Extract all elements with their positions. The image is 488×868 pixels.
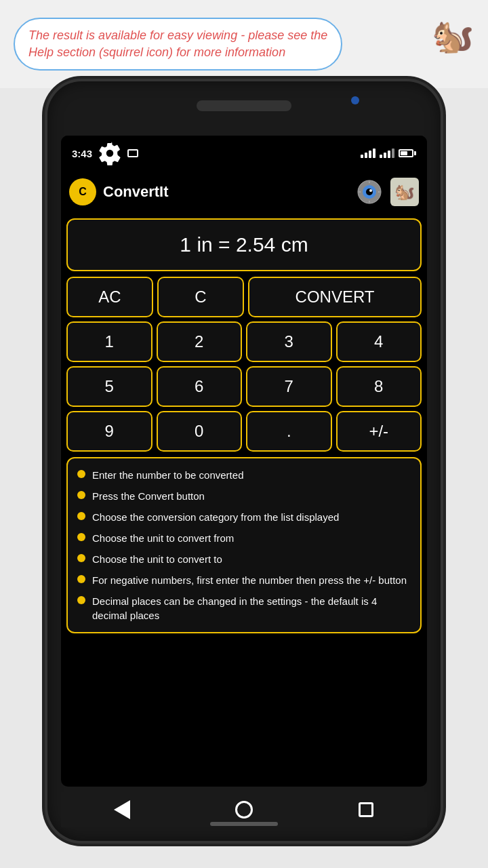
- bullet-3: [77, 512, 85, 520]
- digit-9[interactable]: 9: [66, 411, 152, 452]
- bullet-6: [77, 575, 85, 583]
- instruction-text-4: Choose the unit to convert from: [92, 531, 234, 545]
- bullet-1: [77, 470, 85, 478]
- instruction-text-7: Decimal places can be changed in the set…: [92, 594, 411, 623]
- speech-bubble: The result is available for easy viewing…: [14, 18, 342, 71]
- bullet-2: [77, 491, 85, 499]
- back-icon: [114, 800, 130, 819]
- instruction-text-2: Press the Convert button: [92, 489, 205, 503]
- app-bar: C ConvertIt: [61, 171, 427, 213]
- instruction-text-6: For negative numbers, first enter the nu…: [92, 573, 407, 587]
- bullet-7: [77, 596, 85, 604]
- phone-body: 3:43: [47, 81, 441, 841]
- instruction-item-7: Decimal places can be changed in the set…: [77, 594, 411, 623]
- instruction-item-3: Choose the conversion category from the …: [77, 510, 411, 524]
- phone-home-bar: [210, 822, 278, 826]
- app-logo-svg: C: [73, 182, 93, 202]
- main-content: 1 in = 2.54 cm AC C CONVERT 1 2 3 4: [61, 213, 427, 639]
- signal-icon: [380, 149, 394, 158]
- instruction-text-3: Choose the conversion category from the …: [92, 510, 339, 524]
- display-area: 1 in = 2.54 cm: [66, 218, 422, 271]
- digit-0[interactable]: 0: [157, 411, 243, 452]
- instruction-item-5: Choose the unit to convert to: [77, 552, 411, 566]
- ac-button[interactable]: AC: [66, 277, 153, 317]
- c-button[interactable]: C: [157, 277, 244, 317]
- digit-2[interactable]: 2: [157, 321, 243, 362]
- instruction-item-6: For negative numbers, first enter the nu…: [77, 573, 411, 587]
- phone-camera: [351, 96, 359, 104]
- phone-notch: [197, 100, 291, 111]
- app-logo: C: [69, 178, 96, 205]
- svg-point-4: [366, 189, 373, 195]
- app-title: ConvertIt: [103, 183, 169, 201]
- status-left: 3:43: [72, 141, 138, 165]
- instruction-item-2: Press the Convert button: [77, 489, 411, 503]
- recents-icon: [359, 802, 373, 817]
- convert-button[interactable]: CONVERT: [248, 277, 422, 317]
- digit-5[interactable]: 5: [66, 366, 152, 407]
- button-row-90dot: 9 0 . +/-: [66, 411, 422, 452]
- settings-button[interactable]: [355, 178, 384, 206]
- back-button[interactable]: [108, 796, 136, 823]
- instruction-item-4: Choose the unit to convert from: [77, 531, 411, 545]
- bullet-4: [77, 533, 85, 541]
- app-bar-icons: 🐿️: [355, 178, 419, 206]
- digit-7[interactable]: 7: [246, 366, 332, 407]
- sign-button[interactable]: +/-: [336, 411, 422, 452]
- annotation-text-line2: Help section (squirrel icon) for more in…: [28, 45, 285, 59]
- home-icon: [235, 801, 253, 818]
- recents-button[interactable]: [352, 796, 380, 823]
- instructions-box: Enter the number to be converted Press t…: [66, 457, 422, 633]
- app-title-area: C ConvertIt: [69, 178, 169, 205]
- button-row-5678: 5 6 7 8: [66, 366, 422, 407]
- settings-eye-icon: [357, 179, 382, 205]
- button-row-top: AC C CONVERT: [66, 277, 422, 317]
- status-time: 3:43: [72, 148, 92, 159]
- digit-3[interactable]: 3: [246, 321, 332, 362]
- decimal-button[interactable]: .: [246, 411, 332, 452]
- annotation-area: The result is available for easy viewing…: [0, 0, 488, 88]
- button-grid: AC C CONVERT 1 2 3 4 5 6 7 8: [66, 277, 422, 452]
- digit-8[interactable]: 8: [336, 366, 422, 407]
- phone-screen: 3:43: [61, 136, 427, 787]
- digit-6[interactable]: 6: [157, 366, 243, 407]
- button-row-1234: 1 2 3 4: [66, 321, 422, 362]
- squirrel-emoji: 🐿️: [394, 182, 415, 201]
- battery-icon: [399, 149, 416, 157]
- squirrel-button[interactable]: 🐿️: [390, 178, 419, 206]
- wifi-icon: [361, 149, 375, 158]
- instruction-text-1: Enter the number to be converted: [92, 468, 243, 482]
- display-value: 1 in = 2.54 cm: [180, 233, 308, 256]
- annotation-text-line1: The result is available for easy viewing…: [28, 28, 327, 42]
- card-icon: [127, 149, 138, 157]
- squirrel-annotation-icon: 🐿️: [427, 5, 478, 66]
- digit-1[interactable]: 1: [66, 321, 152, 362]
- digit-4[interactable]: 4: [336, 321, 422, 362]
- instruction-item-1: Enter the number to be converted: [77, 468, 411, 482]
- home-button[interactable]: [230, 796, 258, 823]
- instruction-text-5: Choose the unit to convert to: [92, 552, 222, 566]
- svg-point-5: [369, 189, 372, 192]
- status-bar: 3:43: [61, 136, 427, 171]
- bullet-5: [77, 554, 85, 562]
- status-right: [361, 149, 416, 158]
- gear-icon: [98, 141, 122, 165]
- svg-text:C: C: [79, 186, 87, 197]
